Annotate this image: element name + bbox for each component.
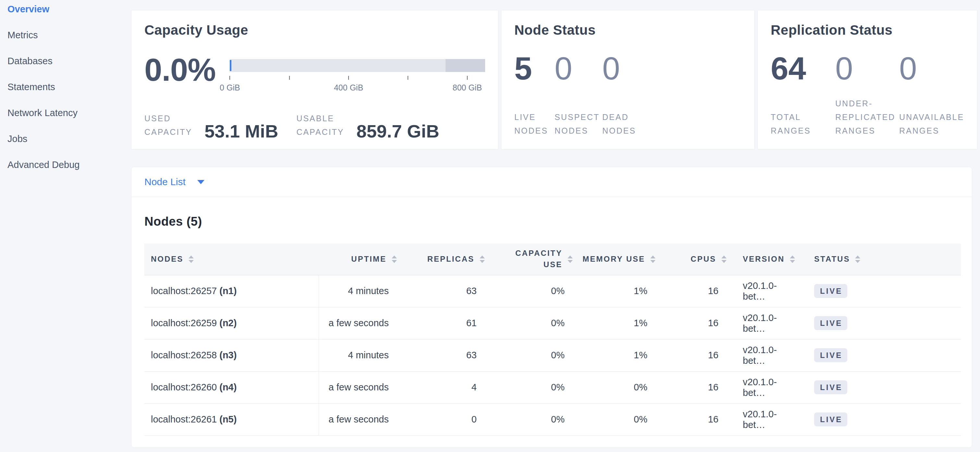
capacity-percent: 0.0%	[145, 54, 215, 86]
capacity-usage-card: Capacity Usage 0.0% 0 GiB 400 GiB 800 Gi…	[131, 10, 498, 149]
usable-capacity-stat: USABLE CAPACITY 859.7 GiB	[296, 111, 439, 139]
used-capacity-label-line: USED	[145, 111, 192, 125]
sort-icon[interactable]	[480, 255, 485, 263]
total-ranges-stat: 64 TOTAL RANGES	[771, 52, 835, 138]
replication-status-card: Replication Status 64 TOTAL RANGES 0 UND…	[757, 10, 977, 149]
status-badge: LIVE	[814, 412, 847, 427]
memory-use-cell: 1%	[573, 307, 655, 339]
sort-icon[interactable]	[790, 255, 795, 263]
cpus-cell: 16	[655, 403, 727, 436]
usable-capacity-value: 859.7 GiB	[356, 124, 439, 139]
sort-icon[interactable]	[189, 255, 194, 263]
gauge-tick-label-0: 0 GiB	[220, 83, 240, 92]
node-status-card: Node Status 5 LIVE NODES 0 SUSPECT NODES	[501, 10, 755, 149]
sort-icon[interactable]	[392, 255, 397, 263]
gauge-tick-label-400: 400 GiB	[334, 83, 363, 92]
replicas-cell: 63	[397, 275, 485, 307]
status-cell: LIVE	[798, 371, 961, 403]
under-replicated-ranges-value: 0	[835, 52, 899, 84]
column-header-nodes[interactable]: NODES	[145, 244, 319, 275]
table-row[interactable]: localhost:26261 (n5) a few seconds 0 0% …	[145, 403, 961, 436]
suspect-nodes-label-line: NODES	[555, 124, 602, 138]
main-content: Capacity Usage 0.0% 0 GiB 400 GiB 800 Gi…	[131, 10, 972, 448]
sidebar-item-statements[interactable]: Statements	[8, 82, 130, 92]
table-row[interactable]: localhost:26258 (n3) 4 minutes 63 0% 1% …	[145, 339, 961, 371]
column-header-memory-use[interactable]: MEMORY USE	[573, 244, 655, 275]
table-row[interactable]: localhost:26260 (n4) a few seconds 4 0% …	[145, 371, 961, 403]
under-replicated-label-line: UNDER-	[835, 97, 899, 110]
used-capacity-label-line: CAPACITY	[145, 125, 192, 139]
node-address-cell[interactable]: localhost:26260 (n4)	[145, 371, 319, 403]
uptime-cell: 4 minutes	[319, 339, 397, 371]
sidebar-item-metrics[interactable]: Metrics	[8, 30, 130, 40]
dead-nodes-value: 0	[602, 52, 741, 84]
status-badge: LIVE	[814, 284, 847, 298]
unavailable-ranges-label-line: RANGES	[899, 124, 964, 138]
sidebar-item-advanced-debug[interactable]: Advanced Debug	[8, 160, 130, 170]
live-nodes-value: 5	[514, 52, 555, 84]
used-capacity-stat: USED CAPACITY 53.1 MiB	[145, 111, 278, 139]
column-header-replicas[interactable]: REPLICAS	[397, 244, 485, 275]
used-capacity-value: 53.1 MiB	[204, 124, 278, 139]
status-cell: LIVE	[798, 275, 961, 307]
under-replicated-label-line: REPLICATED	[835, 110, 899, 124]
memory-use-cell: 0%	[573, 371, 655, 403]
dead-nodes-label-line: DEAD	[602, 110, 741, 124]
column-header-capacity-use[interactable]: CAPACITY USE	[485, 244, 573, 275]
table-row[interactable]: localhost:26257 (n1) 4 minutes 63 0% 1% …	[145, 275, 961, 307]
status-cell: LIVE	[798, 339, 961, 371]
table-header-row: NODES UPTIME REPLICAS CAPACITY USE MEMOR	[145, 244, 961, 275]
sidebar-item-overview[interactable]: Overview	[8, 5, 130, 14]
suspect-nodes-label-line: SUSPECT	[555, 110, 602, 124]
capacity-use-cell: 0%	[485, 403, 573, 436]
node-address-cell[interactable]: localhost:26258 (n3)	[145, 339, 319, 371]
total-ranges-label-line: TOTAL	[771, 110, 835, 124]
column-header-uptime[interactable]: UPTIME	[319, 244, 397, 275]
sort-icon[interactable]	[568, 255, 573, 263]
live-nodes-label-line: LIVE	[514, 110, 555, 124]
unavailable-ranges-label-line: UNAVAILABLE	[899, 110, 964, 124]
live-nodes-label-line: NODES	[514, 124, 555, 138]
sort-icon[interactable]	[855, 255, 860, 263]
cpus-cell: 16	[655, 339, 727, 371]
capacity-usage-title: Capacity Usage	[145, 23, 485, 37]
live-nodes-stat: 5 LIVE NODES	[514, 52, 555, 138]
replicas-cell: 61	[397, 307, 485, 339]
uptime-cell: a few seconds	[319, 371, 397, 403]
usable-capacity-label-line: CAPACITY	[296, 125, 344, 139]
version-cell: v20.1.0-bet…	[727, 307, 798, 339]
dead-nodes-stat: 0 DEAD NODES	[602, 52, 741, 138]
gauge-tick-label-800: 800 GiB	[453, 83, 482, 92]
sort-icon[interactable]	[650, 255, 655, 263]
under-replicated-label-line: RANGES	[835, 124, 899, 138]
capacity-use-cell: 0%	[485, 371, 573, 403]
total-ranges-value: 64	[771, 52, 835, 84]
usable-capacity-label-line: USABLE	[296, 111, 344, 125]
replicas-cell: 0	[397, 403, 485, 436]
cpus-cell: 16	[655, 307, 727, 339]
node-address-cell[interactable]: localhost:26261 (n5)	[145, 403, 319, 436]
replication-status-title: Replication Status	[771, 23, 964, 37]
sidebar-item-jobs[interactable]: Jobs	[8, 134, 130, 144]
sidebar-item-network-latency[interactable]: Network Latency	[8, 108, 130, 118]
replicas-cell: 4	[397, 371, 485, 403]
status-badge: LIVE	[814, 316, 847, 330]
node-list-dropdown[interactable]: Node List	[131, 167, 972, 197]
column-header-version[interactable]: VERSION	[727, 244, 798, 275]
column-header-cpus[interactable]: CPUS	[655, 244, 727, 275]
capacity-gauge-bar	[230, 59, 485, 72]
replicas-cell: 63	[397, 339, 485, 371]
uptime-cell: 4 minutes	[319, 275, 397, 307]
node-address-cell[interactable]: localhost:26257 (n1)	[145, 275, 319, 307]
node-list-dropdown-label: Node List	[145, 177, 186, 187]
nodes-table-title: Nodes (5)	[145, 215, 959, 228]
suspect-nodes-stat: 0 SUSPECT NODES	[555, 52, 602, 138]
memory-use-cell: 1%	[573, 339, 655, 371]
node-address-cell[interactable]: localhost:26259 (n2)	[145, 307, 319, 339]
column-header-status[interactable]: STATUS	[798, 244, 961, 275]
sort-icon[interactable]	[721, 255, 727, 263]
table-row[interactable]: localhost:26259 (n2) a few seconds 61 0%…	[145, 307, 961, 339]
status-cell: LIVE	[798, 307, 961, 339]
sidebar-item-databases[interactable]: Databases	[8, 56, 130, 66]
memory-use-cell: 0%	[573, 403, 655, 436]
